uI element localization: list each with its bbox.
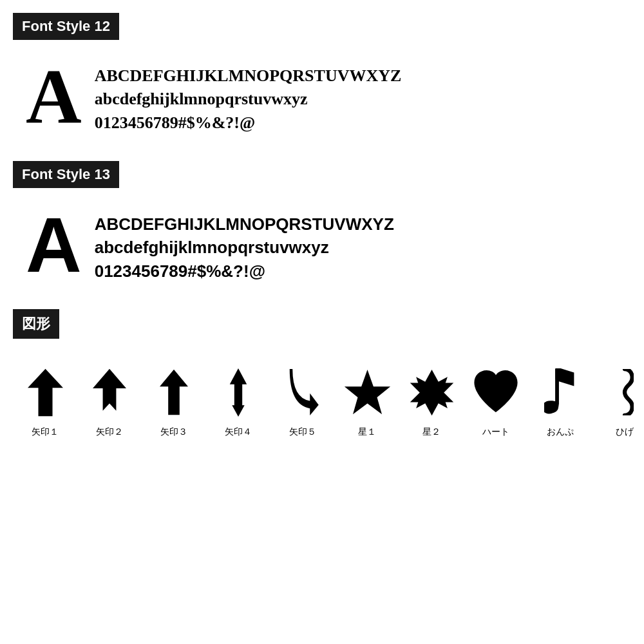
yajirushi3-icon [148,363,200,421]
font-style-13-line-3: 0123456789#$%&?!@ [95,260,394,283]
heart-icon [470,363,522,421]
shape-hoshi1: 星１ [341,363,393,438]
shape-yajirushi4: 矢印４ [213,363,264,438]
svg-marker-3 [230,368,247,417]
font-style-13-big-letter: A [26,206,82,283]
font-style-13-line-1: ABCDEFGHIJKLMNOPQRSTUVWXYZ [95,213,394,236]
shape-yajirushi2: 矢印２ [84,363,135,438]
font-style-13-header: Font Style 13 [13,161,119,188]
yajirushi3-label: 矢印３ [160,426,187,438]
yajirushi4-label: 矢印４ [225,426,252,438]
font-style-12-demo: A ABCDEFGHIJKLMNOPQRSTUVWXYZ abcdefghijk… [13,52,631,142]
font-style-12-char-lines: ABCDEFGHIJKLMNOPQRSTUVWXYZ abcdefghijklm… [95,58,402,135]
heart-label: ハート [482,426,509,438]
hoshi1-icon [341,363,393,421]
hoshi1-label: 星１ [358,426,376,438]
font-style-12-line-3: 0123456789#$%&?!@ [95,111,402,135]
svg-marker-2 [160,370,188,415]
shape-hige: ひげ [599,363,644,438]
shape-heart: ハート [470,363,522,438]
shapes-grid: 矢印１ 矢印２ 矢印３ [13,350,631,451]
font-style-12-section: Font Style 12 A ABCDEFGHIJKLMNOPQRSTUVWX… [13,13,631,142]
font-style-13-section: Font Style 13 A ABCDEFGHIJKLMNOPQRSTUVWX… [13,161,631,290]
onpu-label: おんぷ [547,426,574,438]
font-style-12-line-2: abcdefghijklmnopqrstuvwxyz [95,88,402,111]
shape-onpu: おんぷ [535,363,586,438]
shape-yajirushi5: 矢印５ [277,363,328,438]
font-style-12-header: Font Style 12 [13,13,119,40]
font-style-13-char-lines: ABCDEFGHIJKLMNOPQRSTUVWXYZ abcdefghijklm… [95,206,394,283]
yajirushi1-label: 矢印１ [32,426,59,438]
yajirushi5-icon [277,363,328,421]
hige-icon [599,363,644,421]
hoshi2-icon [406,363,457,421]
yajirushi5-label: 矢印５ [289,426,316,438]
shape-hoshi2: 星２ [406,363,457,438]
shape-yajirushi1: 矢印１ [19,363,71,438]
svg-marker-0 [28,368,63,415]
yajirushi2-icon [84,363,135,421]
yajirushi4-icon [213,363,264,421]
font-style-13-demo: A ABCDEFGHIJKLMNOPQRSTUVWXYZ abcdefghijk… [13,200,631,290]
shapes-header: 図形 [13,309,59,339]
font-style-13-line-2: abcdefghijklmnopqrstuvwxyz [95,236,394,259]
shapes-section: 図形 矢印１ 矢印２ [13,309,631,451]
svg-marker-1 [93,368,126,410]
hoshi2-label: 星２ [422,426,440,438]
yajirushi1-icon [19,363,71,421]
font-style-12-big-letter: A [26,58,82,135]
svg-marker-4 [344,369,390,413]
yajirushi2-label: 矢印２ [96,426,123,438]
hige-label: ひげ [616,426,634,438]
onpu-icon [535,363,586,421]
shape-yajirushi3: 矢印３ [148,363,200,438]
font-style-12-line-1: ABCDEFGHIJKLMNOPQRSTUVWXYZ [95,64,402,88]
